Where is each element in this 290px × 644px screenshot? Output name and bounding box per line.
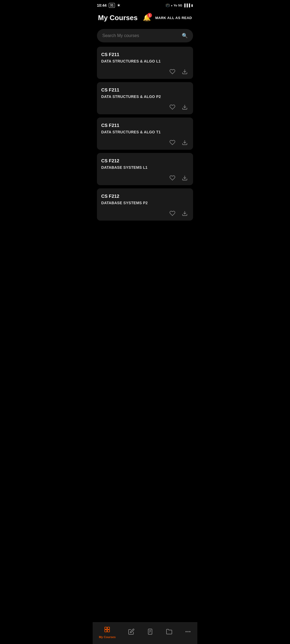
svg-rect-7	[105, 630, 107, 632]
course-name: DATABASE SYSTEMS L1	[101, 165, 189, 170]
course-actions	[101, 103, 189, 111]
download-button[interactable]	[181, 138, 189, 147]
svg-rect-5	[105, 627, 107, 629]
svg-rect-6	[107, 627, 110, 629]
course-actions	[101, 174, 189, 182]
nav-item-notes[interactable]	[145, 627, 155, 638]
heart-icon	[169, 104, 175, 110]
course-name: DATA STRUCTURES & ALGO L1	[101, 59, 189, 63]
vibrate-icon: ✶	[117, 3, 120, 8]
notification-button[interactable]: 🔔 1	[142, 13, 152, 23]
header-actions: 🔔 1 MARK ALL AS READ	[142, 13, 192, 23]
status-time: 10:44 31 ✶	[97, 3, 120, 8]
svg-point-15	[190, 631, 190, 632]
nav-item-more[interactable]	[183, 627, 193, 638]
svg-point-14	[188, 631, 188, 632]
course-card[interactable]: CS F211 DATA STRUCTURES & ALGO P2	[97, 82, 193, 114]
5g-icon: 5G	[178, 4, 182, 7]
mark-all-read-button[interactable]: MARK ALL AS READ	[155, 16, 192, 20]
search-input[interactable]	[102, 33, 179, 38]
nav-label-my-courses: My Courses	[99, 635, 115, 639]
heart-icon	[169, 175, 175, 181]
course-code: CS F212	[101, 158, 189, 164]
folder-icon	[166, 628, 172, 636]
status-bar: 10:44 31 ✶ 📳 ⬧ Yo 5G ▐▐▐ ▮	[93, 0, 197, 10]
vibrate-status-icon: 📳	[166, 3, 170, 7]
course-name: DATA STRUCTURES & ALGO P2	[101, 94, 189, 99]
search-icon: 🔍	[182, 33, 188, 39]
course-name: DATABASE SYSTEMS P2	[101, 201, 189, 205]
page-title: My Courses	[98, 14, 137, 22]
like-button[interactable]	[168, 138, 176, 147]
download-icon	[182, 210, 188, 216]
heart-icon	[169, 210, 175, 216]
search-bar: 🔍	[97, 29, 193, 42]
download-icon	[182, 104, 188, 110]
notification-badge: 1	[147, 13, 152, 18]
nav-item-my-courses[interactable]: My Courses	[97, 625, 118, 640]
battery-icon: ▮	[191, 3, 193, 7]
like-button[interactable]	[168, 103, 176, 111]
nav-item-folder[interactable]	[164, 627, 175, 638]
download-button[interactable]	[181, 174, 189, 182]
bottom-nav: My Courses	[93, 622, 197, 644]
edit-icon	[128, 628, 135, 636]
download-icon	[182, 69, 188, 75]
course-card[interactable]: CS F212 DATABASE SYSTEMS L1	[97, 153, 193, 185]
calendar-icon: 31	[109, 3, 115, 8]
course-card[interactable]: CS F211 DATA STRUCTURES & ALGO L1	[97, 47, 193, 79]
course-list: CS F211 DATA STRUCTURES & ALGO L1 CS	[93, 47, 197, 221]
download-icon	[182, 140, 188, 145]
download-icon	[182, 175, 188, 181]
course-code: CS F211	[101, 87, 189, 93]
svg-point-13	[186, 631, 186, 632]
course-card[interactable]: CS F211 DATA STRUCTURES & ALGO T1	[97, 118, 193, 150]
svg-rect-8	[107, 630, 110, 632]
heart-icon	[169, 140, 175, 145]
network-icon: Yo	[174, 4, 177, 7]
course-name: DATA STRUCTURES & ALGO T1	[101, 130, 189, 134]
nav-item-edit[interactable]	[126, 627, 137, 638]
course-list-wrapper: CS F211 DATA STRUCTURES & ALGO L1 CS	[93, 47, 197, 242]
search-container: 🔍	[93, 27, 197, 47]
like-button[interactable]	[168, 68, 176, 76]
course-actions	[101, 138, 189, 147]
course-code: CS F211	[101, 123, 189, 128]
notes-icon	[147, 628, 153, 636]
download-button[interactable]	[181, 103, 189, 111]
my-courses-icon	[104, 626, 110, 634]
download-button[interactable]	[181, 68, 189, 76]
like-button[interactable]	[168, 174, 176, 182]
more-icon	[185, 628, 191, 636]
signal-icon: ▐▐▐	[183, 3, 190, 7]
course-actions	[101, 68, 189, 76]
course-actions	[101, 209, 189, 217]
heart-icon	[169, 69, 175, 75]
course-code: CS F211	[101, 52, 189, 57]
course-card[interactable]: CS F212 DATABASE SYSTEMS P2	[97, 188, 193, 221]
bluetooth-icon: ⬧	[171, 3, 173, 7]
status-icons: 📳 ⬧ Yo 5G ▐▐▐ ▮	[166, 3, 193, 7]
like-button[interactable]	[168, 209, 176, 217]
download-button[interactable]	[181, 209, 189, 217]
header: My Courses 🔔 1 MARK ALL AS READ	[93, 10, 197, 27]
course-code: CS F212	[101, 194, 189, 199]
